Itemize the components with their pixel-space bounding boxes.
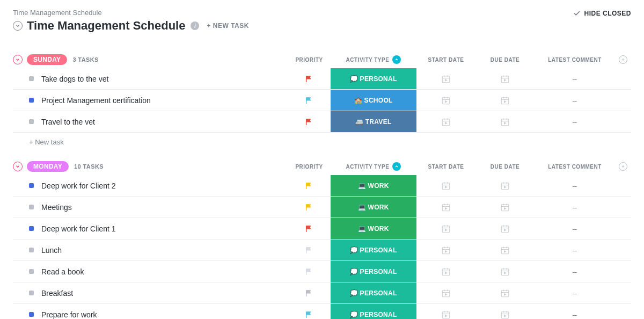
info-icon[interactable]: i (191, 21, 199, 30)
due-date-cell[interactable] (475, 261, 535, 282)
activity-type-tag[interactable]: 🏫SCHOOL (331, 90, 416, 111)
start-date-cell[interactable] (416, 111, 475, 132)
start-date-cell[interactable] (416, 218, 475, 239)
status-dot[interactable] (29, 269, 34, 274)
due-date-cell[interactable] (475, 197, 535, 218)
task-name[interactable]: Prepare for work (41, 310, 288, 319)
column-header-priority[interactable]: PRIORITY (288, 164, 331, 170)
task-name[interactable]: Take dogs to the vet (41, 75, 288, 83)
task-row[interactable]: Deep work for Client 1 💻WORK – (13, 218, 631, 240)
status-dot[interactable] (29, 205, 34, 209)
priority-flag[interactable] (288, 282, 331, 303)
column-header-due-date[interactable]: DUE DATE (475, 164, 535, 170)
status-dot[interactable] (29, 312, 34, 317)
start-date-cell[interactable] (416, 68, 475, 89)
breadcrumb[interactable]: Time Management Schedule (0, 0, 644, 17)
task-row[interactable]: Breakfast 💭PERSONAL – (13, 282, 631, 304)
status-dot[interactable] (29, 291, 34, 295)
svg-rect-71 (442, 247, 450, 253)
due-date-cell[interactable] (475, 68, 535, 89)
hide-closed-toggle[interactable]: HIDE CLOSED (573, 10, 631, 17)
priority-flag[interactable] (288, 261, 331, 282)
status-dot[interactable] (29, 226, 34, 231)
start-date-cell[interactable] (416, 197, 475, 218)
status-dot[interactable] (29, 119, 34, 124)
activity-type-tag[interactable]: 💭PERSONAL (331, 261, 416, 282)
task-row[interactable]: Lunch 💭PERSONAL – (13, 240, 631, 261)
priority-flag[interactable] (288, 197, 331, 218)
svg-marker-80 (504, 250, 506, 252)
task-name[interactable]: Project Management certification (41, 96, 288, 105)
due-date-cell[interactable] (475, 218, 535, 239)
start-date-cell[interactable] (416, 90, 475, 111)
status-dot[interactable] (29, 98, 34, 103)
priority-flag[interactable] (288, 175, 331, 196)
task-name[interactable]: Meetings (41, 203, 288, 212)
add-column-button[interactable] (619, 55, 627, 64)
group-label-pill[interactable]: MONDAY (27, 161, 69, 172)
add-column-button[interactable] (619, 162, 627, 171)
column-header-priority[interactable]: PRIORITY (288, 57, 331, 63)
activity-type-tag[interactable]: 💭PERSONAL (331, 240, 416, 260)
sort-ascending-icon[interactable] (392, 162, 401, 171)
task-row[interactable]: Travel to the vet 🚐TRAVEL – (13, 111, 631, 133)
task-row[interactable]: Prepare for work 💭PERSONAL – (13, 304, 631, 319)
due-date-cell[interactable] (475, 90, 535, 111)
group-collapse-icon[interactable] (13, 55, 23, 64)
status-dot[interactable] (29, 183, 34, 188)
group-label-pill[interactable]: SUNDAY (27, 54, 67, 65)
start-date-cell[interactable] (416, 240, 475, 260)
task-row[interactable]: Deep work for Client 2 💻WORK – (13, 175, 631, 197)
due-date-cell[interactable] (475, 111, 535, 132)
column-header-activity-type[interactable]: ACTIVITY TYPE (331, 162, 416, 171)
start-date-cell[interactable] (416, 175, 475, 196)
task-row[interactable]: Read a book 💭PERSONAL – (13, 261, 631, 282)
task-row[interactable]: Project Management certification 🏫SCHOOL… (13, 90, 631, 111)
activity-type-tag[interactable]: 💭PERSONAL (331, 282, 416, 303)
activity-type-tag[interactable]: 💻WORK (331, 218, 416, 239)
task-name[interactable]: Deep work for Client 2 (41, 182, 288, 190)
column-header-latest-comment[interactable]: LATEST COMMENT (535, 164, 615, 170)
column-header-latest-comment[interactable]: LATEST COMMENT (535, 57, 615, 63)
view-collapse-icon[interactable] (13, 21, 23, 31)
activity-type-tag[interactable]: 💻WORK (331, 197, 416, 218)
column-header-start-date[interactable]: START DATE (416, 57, 475, 63)
start-date-cell[interactable] (416, 261, 475, 282)
due-date-cell[interactable] (475, 240, 535, 260)
new-task-button[interactable]: + NEW TASK (207, 22, 248, 30)
task-name[interactable]: Deep work for Client 1 (41, 224, 288, 233)
sort-ascending-icon[interactable] (392, 55, 401, 64)
activity-type-tag[interactable]: 💻WORK (331, 175, 416, 196)
status-dot[interactable] (29, 248, 34, 252)
priority-flag[interactable] (288, 304, 331, 319)
activity-type-tag[interactable]: 💭PERSONAL (331, 68, 416, 89)
activity-type-tag[interactable]: 🚐TRAVEL (331, 111, 416, 132)
priority-flag[interactable] (288, 240, 331, 260)
svg-marker-53 (445, 207, 447, 209)
task-name[interactable]: Travel to the vet (41, 118, 288, 126)
column-header-start-date[interactable]: START DATE (416, 164, 475, 170)
priority-flag[interactable] (288, 90, 331, 111)
group-collapse-icon[interactable] (13, 162, 23, 171)
page-title: Time Management Schedule (27, 19, 185, 33)
task-name[interactable]: Lunch (41, 246, 288, 255)
task-row[interactable]: Take dogs to the vet 💭PERSONAL – (13, 68, 631, 90)
task-row[interactable]: Meetings 💻WORK – (13, 197, 631, 218)
due-date-cell[interactable] (475, 282, 535, 303)
new-task-row[interactable]: + New task (13, 133, 631, 146)
svg-rect-109 (501, 311, 509, 318)
task-name[interactable]: Read a book (41, 267, 288, 276)
column-header-activity-type[interactable]: ACTIVITY TYPE (331, 55, 416, 64)
priority-flag[interactable] (288, 218, 331, 239)
due-date-cell[interactable] (475, 304, 535, 319)
task-name[interactable]: Breakfast (41, 289, 288, 298)
status-dot[interactable] (29, 76, 34, 81)
start-date-cell[interactable] (416, 282, 475, 303)
due-date-cell[interactable] (475, 175, 535, 196)
latest-comment-cell: – (535, 261, 615, 282)
activity-type-tag[interactable]: 💭PERSONAL (331, 304, 416, 319)
priority-flag[interactable] (288, 111, 331, 132)
start-date-cell[interactable] (416, 304, 475, 319)
column-header-due-date[interactable]: DUE DATE (475, 57, 535, 63)
priority-flag[interactable] (288, 68, 331, 89)
